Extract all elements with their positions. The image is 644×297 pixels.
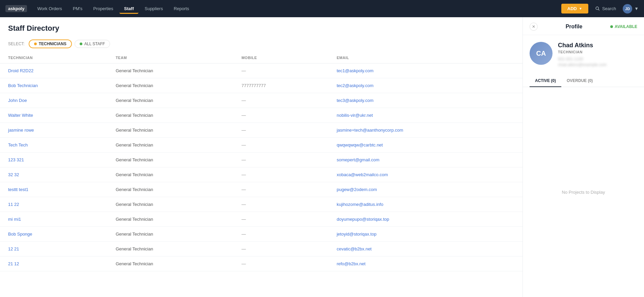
- cell-team: General Technician: [108, 227, 234, 242]
- cell-team: General Technician: [108, 182, 234, 197]
- left-panel: Staff Directory SELECT: TECHNICIANS ALL …: [0, 17, 522, 297]
- cell-mobile: —: [233, 227, 328, 242]
- tab-active[interactable]: ACTIVE (0): [530, 75, 561, 87]
- table-header-row: TECHNICIAN TEAM MOBILE EMAIL: [0, 52, 522, 63]
- all-staff-dot: [80, 43, 82, 45]
- search-label: Search: [602, 6, 616, 11]
- col-email: EMAIL: [328, 52, 522, 63]
- table-row[interactable]: jasmine rowe General Technician — jasmin…: [0, 123, 522, 138]
- add-dropdown-arrow: ▼: [579, 7, 582, 10]
- cell-team: General Technician: [108, 78, 234, 93]
- cell-name: Bob Technician: [0, 78, 108, 93]
- svg-point-0: [596, 7, 598, 9]
- profile-avatar: CA: [530, 42, 553, 65]
- cell-name: testtt test1: [0, 182, 108, 197]
- cell-email: pugew@2odem.com: [328, 182, 522, 197]
- cell-mobile: —: [233, 63, 328, 78]
- cell-mobile: —: [233, 256, 328, 271]
- profile-details: Chad Atkins TECHNICIAN 601-001-1100 chad…: [558, 42, 637, 68]
- cell-mobile: —: [233, 167, 328, 182]
- tab-overdue[interactable]: OVERDUE (0): [561, 75, 598, 87]
- table-row[interactable]: Walter White General Technician — nobili…: [0, 108, 522, 123]
- close-button[interactable]: ✕: [530, 23, 538, 31]
- table-row[interactable]: 21 12 General Technician — refo@b2bx.net: [0, 256, 522, 271]
- table-row[interactable]: testtt test1 General Technician — pugew@…: [0, 182, 522, 197]
- table-row[interactable]: Tech Tech General Technician — qwqwqwqw@…: [0, 138, 522, 153]
- table-row[interactable]: 123 321 General Technician — somepert@gm…: [0, 153, 522, 167]
- available-label: AVAILABLE: [615, 24, 637, 29]
- technicians-dot: [34, 43, 37, 45]
- cell-email: tec2@askpoly.com: [328, 78, 522, 93]
- profile-tabs: ACTIVE (0) OVERDUE (0): [523, 75, 644, 87]
- cell-email: cevatic@b2bx.net: [328, 242, 522, 256]
- cell-mobile: —: [233, 153, 328, 167]
- cell-mobile: —: [233, 123, 328, 138]
- search-bar[interactable]: Search: [590, 6, 621, 11]
- cell-team: General Technician: [108, 93, 234, 108]
- cell-email: nobilis-vir@ukr.net: [328, 108, 522, 123]
- profile-name: Chad Atkins: [558, 42, 637, 49]
- profile-panel: ✕ Profile AVAILABLE CA Chad Atkins TECHN…: [522, 17, 644, 297]
- cell-mobile: —: [233, 197, 328, 212]
- nav-properties[interactable]: Properties: [88, 3, 118, 14]
- cell-name: Bob Sponge: [0, 227, 108, 242]
- cell-email: xobaca@web2mailco.com: [328, 167, 522, 182]
- cell-team: General Technician: [108, 123, 234, 138]
- select-label: SELECT:: [8, 42, 25, 46]
- nav-staff[interactable]: Staff: [119, 3, 139, 14]
- cell-name: Tech Tech: [0, 138, 108, 153]
- col-technician: TECHNICIAN: [0, 52, 108, 63]
- add-button[interactable]: ADD ▼: [561, 4, 588, 14]
- user-avatar: JD: [623, 4, 632, 14]
- cell-mobile: —: [233, 93, 328, 108]
- cell-email: jetoyid@storiqax.top: [328, 227, 522, 242]
- table-row[interactable]: 32 32 General Technician — xobaca@web2ma…: [0, 167, 522, 182]
- table-row[interactable]: John Doe General Technician — tec3@askpo…: [0, 93, 522, 108]
- cell-mobile: —: [233, 212, 328, 227]
- cell-team: General Technician: [108, 256, 234, 271]
- cell-name: Droid R2D22: [0, 63, 108, 78]
- availability-badge: AVAILABLE: [610, 24, 637, 29]
- cell-team: General Technician: [108, 138, 234, 153]
- profile-header: ✕ Profile AVAILABLE: [523, 17, 644, 35]
- nav-work-orders[interactable]: Work Orders: [32, 3, 66, 14]
- cell-name: 32 32: [0, 167, 108, 182]
- cell-team: General Technician: [108, 63, 234, 78]
- cell-name: 11 22: [0, 197, 108, 212]
- nav-pms[interactable]: PM's: [68, 3, 87, 14]
- cell-team: General Technician: [108, 153, 234, 167]
- cell-email: somepert@gmail.com: [328, 153, 522, 167]
- cell-mobile: —: [233, 138, 328, 153]
- user-menu[interactable]: JD ▼: [623, 4, 639, 14]
- available-dot: [610, 25, 613, 28]
- filter-all-staff-button[interactable]: ALL STAFF: [75, 40, 110, 48]
- cell-mobile: —: [233, 182, 328, 197]
- cell-team: General Technician: [108, 197, 234, 212]
- cell-email: tec1@askpoly.com: [328, 63, 522, 78]
- profile-role: TECHNICIAN: [558, 50, 637, 54]
- filter-technicians-button[interactable]: TECHNICIANS: [29, 39, 72, 48]
- staff-table-container: TECHNICIAN TEAM MOBILE EMAIL Droid R2D22…: [0, 52, 522, 297]
- svg-line-1: [598, 9, 599, 10]
- table-row[interactable]: Bob Technician General Technician 777777…: [0, 78, 522, 93]
- filter-all-staff-label: ALL STAFF: [84, 42, 105, 46]
- nav-reports[interactable]: Reports: [169, 3, 194, 14]
- cell-email: qwqwqwqw@carbtc.net: [328, 138, 522, 153]
- top-navigation: askpoly Work Orders PM's Properties Staf…: [0, 0, 644, 17]
- cell-name: Walter White: [0, 108, 108, 123]
- cell-name: John Doe: [0, 93, 108, 108]
- profile-phone: 601-001-1100: [558, 57, 637, 61]
- table-row[interactable]: 11 22 General Technician — kujihozome@ad…: [0, 197, 522, 212]
- filter-bar: SELECT: TECHNICIANS ALL STAFF: [0, 37, 522, 52]
- table-row[interactable]: 12 21 General Technician — cevatic@b2bx.…: [0, 242, 522, 256]
- cell-name: 123 321: [0, 153, 108, 167]
- cell-name: 21 12: [0, 256, 108, 271]
- cell-email: tec3@askpoly.com: [328, 93, 522, 108]
- table-row[interactable]: Bob Sponge General Technician — jetoyid@…: [0, 227, 522, 242]
- cell-team: General Technician: [108, 108, 234, 123]
- col-team: TEAM: [108, 52, 234, 63]
- table-row[interactable]: Droid R2D22 General Technician — tec1@as…: [0, 63, 522, 78]
- table-row[interactable]: mi mi1 General Technician — doyumepupo@s…: [0, 212, 522, 227]
- nav-suppliers[interactable]: Suppliers: [140, 3, 167, 14]
- main-container: Staff Directory SELECT: TECHNICIANS ALL …: [0, 17, 644, 297]
